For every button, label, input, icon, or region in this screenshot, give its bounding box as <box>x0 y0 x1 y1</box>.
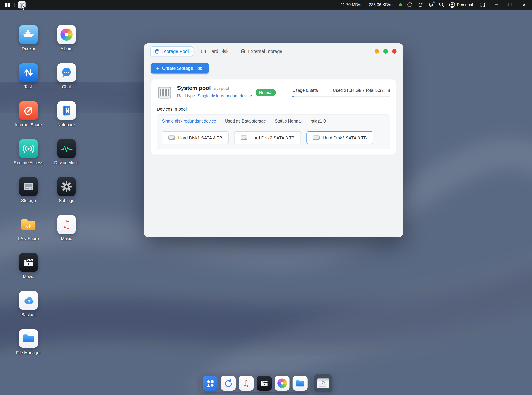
raid-type-link[interactable]: Single disk redundant device <box>198 93 252 98</box>
app-launcher-icon <box>205 378 215 388</box>
settings-icon <box>57 177 76 196</box>
disk-icon <box>313 135 320 140</box>
dock-item-file-manager[interactable] <box>293 376 308 391</box>
desktop-icon-file-manager[interactable]: File Manager <box>13 329 44 355</box>
search-icon[interactable] <box>439 2 444 7</box>
network-download-speed: 11.70 MB/s↓ <box>341 2 364 7</box>
app-center-icon <box>223 378 233 388</box>
desktop-icon-notebook[interactable]: Notebook <box>51 101 82 127</box>
status-green-dot-icon[interactable] <box>399 3 402 6</box>
desktop-icon-label: Remote Access <box>13 160 44 165</box>
desktop-icon-label: Chat <box>51 84 82 89</box>
dock-item-music[interactable]: ♫ <box>239 376 254 391</box>
desktop-icon-label: Task <box>13 84 44 89</box>
notification-badge <box>432 1 435 4</box>
maximize-button[interactable] <box>506 0 515 9</box>
dock-item-app-center[interactable] <box>221 376 236 391</box>
window-close-dot[interactable] <box>392 49 396 53</box>
desktop-icon-settings[interactable]: Settings <box>51 177 82 203</box>
group-divider <box>162 127 385 127</box>
desktop-icon-docker[interactable]: Docker <box>13 25 44 51</box>
usage-percent-label: Usage 0.39% <box>293 88 318 93</box>
desktop-icon-label: Device Monit <box>51 160 82 165</box>
desktop-icon-storage[interactable]: Storage <box>13 177 44 203</box>
download-arrow-icon: ↓ <box>362 3 364 6</box>
disk-icon <box>168 135 175 140</box>
clock-icon[interactable] <box>407 2 412 7</box>
minimized-settings-window[interactable] <box>314 374 332 392</box>
desktop-icon-label: Album <box>51 46 82 51</box>
desktop-icon-label: Movie <box>13 274 44 279</box>
desktop-icon-label: Music <box>51 236 82 241</box>
task-icon <box>19 63 38 82</box>
storage-pool-card: System pool syspool Raid type Single dis… <box>151 79 396 155</box>
disk-chip-1[interactable]: Hard Disk1 SATA 4 TB <box>162 131 229 144</box>
group-raid-id: raidz1-0 <box>310 119 326 123</box>
disk-label: Hard Disk2 SATA 3 TB <box>250 135 294 140</box>
dock-item-album[interactable] <box>275 376 290 391</box>
backup-icon <box>19 291 38 310</box>
disk-chip-3[interactable]: Hard Disk3 SATA 3 TB <box>306 131 373 144</box>
window-minimize-dot[interactable] <box>375 49 379 53</box>
running-storage-app-icon[interactable] <box>18 1 26 9</box>
device-group-panel: Single disk redundant device Used as Dat… <box>157 114 390 149</box>
notebook-icon <box>57 101 76 120</box>
tab-storage-pool[interactable]: Storage Pool <box>150 46 193 56</box>
album-icon <box>277 379 287 388</box>
device-monitor-icon <box>57 139 76 158</box>
desktop-icon-music[interactable]: ♫ Music <box>51 215 82 241</box>
desktop-icon-label: Docker <box>13 46 44 51</box>
music-icon: ♫ <box>57 215 76 234</box>
start-button[interactable] <box>3 1 11 9</box>
desktop-icon-label: Settings <box>51 198 82 203</box>
fullscreen-button[interactable] <box>478 0 487 9</box>
disk-list: Hard Disk1 SATA 4 TB Hard Disk2 SATA 3 T… <box>162 131 385 144</box>
movie-icon <box>19 253 38 272</box>
desktop-icon-label: Internet Share <box>13 122 44 127</box>
usage-progress-fill <box>293 96 294 97</box>
pool-info: System pool syspool Raid type Single dis… <box>177 85 252 98</box>
desktop-icon-device-monit[interactable]: Device Monit <box>51 139 82 165</box>
desktop-icon-backup[interactable]: Backup <box>13 291 44 317</box>
group-type-link[interactable]: Single disk redundant device <box>162 119 216 123</box>
desktop-icon-label: Storage <box>13 198 44 203</box>
minimized-window-preview <box>317 379 329 388</box>
desktop-icon-movie[interactable]: Movie <box>13 253 44 279</box>
dock-item-launcher[interactable] <box>203 376 218 391</box>
tab-hard-disk[interactable]: Hard Disk <box>196 46 233 56</box>
tab-external-storage[interactable]: External Storage <box>236 46 287 56</box>
create-storage-pool-button[interactable]: + Create Storage Pool <box>151 63 208 74</box>
recycle-icon[interactable] <box>417 2 423 7</box>
pool-name: System pool <box>177 85 211 91</box>
desktop-icon-chat[interactable]: Chat <box>51 63 82 89</box>
internet-share-icon <box>19 101 38 120</box>
desktop-icon-remote-access[interactable]: Remote Access <box>13 139 44 165</box>
disk-chip-2[interactable]: Hard Disk2 SATA 3 TB <box>234 131 301 144</box>
raid-type-label: Raid type <box>177 93 195 98</box>
close-button[interactable]: × <box>520 0 529 9</box>
disk-label: Hard Disk3 SATA 3 TB <box>323 135 367 140</box>
desktop-icon-lan-share[interactable]: LAN Share <box>13 215 44 241</box>
desktop-icon-internet-share[interactable]: Internet Share <box>13 101 44 127</box>
desktop-icon-album[interactable]: Album <box>51 25 82 51</box>
dock-item-movie[interactable] <box>257 376 272 391</box>
external-storage-icon <box>241 49 246 54</box>
file-manager-icon <box>295 378 305 388</box>
pool-usage-block: Usage 0.39% Used 21.34 GB / Total 5.32 T… <box>293 88 390 97</box>
gear-icon <box>322 381 325 384</box>
dock: ♫ <box>200 374 311 392</box>
nas-device-icon <box>157 85 172 100</box>
storage-pool-icon <box>155 49 160 54</box>
notification-bell-icon[interactable] <box>428 2 433 7</box>
minimize-button[interactable] <box>492 0 501 9</box>
desktop-icon-label: File Manager <box>13 350 44 355</box>
desktop-icon-task[interactable]: Task <box>13 63 44 89</box>
taskbar: | 11.70 MB/s↓ 235.06 KB/s↑ Personal <box>0 0 532 10</box>
pool-status-badge: Normal <box>255 89 276 96</box>
dock-zone: ♫ <box>200 374 332 392</box>
window-maximize-dot[interactable] <box>383 49 388 53</box>
user-menu[interactable]: Personal <box>449 2 473 8</box>
storage-window-tabs: Storage Pool Hard Disk External Storage <box>150 46 287 56</box>
window-controls <box>375 49 397 53</box>
desktop-icon-label: LAN Share <box>13 236 44 241</box>
